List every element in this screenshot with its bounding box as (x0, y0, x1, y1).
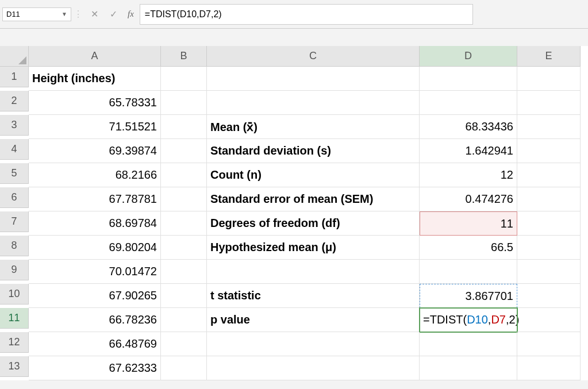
cell-D9[interactable] (420, 260, 517, 284)
cell-C1[interactable] (207, 67, 420, 91)
row-header-1[interactable]: 1 (0, 67, 29, 87)
cell-E13[interactable] (517, 356, 581, 380)
select-all-triangle[interactable] (0, 46, 29, 67)
cell-A5[interactable]: 68.2166 (29, 163, 161, 187)
cell-B8[interactable] (161, 236, 207, 260)
col-header-D[interactable]: D (420, 46, 517, 67)
cell-C5[interactable]: Count (n) (207, 163, 420, 187)
formula-ref2: D7 (491, 313, 506, 326)
cell-B11[interactable] (161, 308, 207, 332)
cell-A8[interactable]: 69.80204 (29, 236, 161, 260)
cell-D12[interactable] (420, 332, 517, 356)
cell-A1[interactable]: Height (inches) (29, 67, 161, 91)
cell-C9[interactable] (207, 260, 420, 284)
cell-D8[interactable]: 66.5 (420, 236, 517, 260)
row-header-13[interactable]: 13 (0, 356, 29, 377)
cell-B1[interactable] (161, 67, 207, 91)
cell-B4[interactable] (161, 139, 207, 163)
cell-D10[interactable]: 3.867701 (420, 284, 517, 308)
cell-D5[interactable]: 12 (420, 163, 517, 187)
separator: ⋮ (71, 9, 85, 20)
cell-B10[interactable] (161, 284, 207, 308)
cell-B5[interactable] (161, 163, 207, 187)
row-header-7[interactable]: 7 (0, 211, 29, 232)
cell-E2[interactable] (517, 91, 581, 115)
cell-B3[interactable] (161, 115, 207, 139)
cell-C11[interactable]: p value (207, 308, 420, 332)
spreadsheet-grid: A B C D E 1 Height (inches) 2 65.78331 3… (0, 46, 588, 380)
cell-E1[interactable] (517, 67, 581, 91)
cancel-icon[interactable]: ✕ (91, 9, 98, 20)
cell-A3[interactable]: 71.51521 (29, 115, 161, 139)
cell-D11[interactable]: =TDIST(D10,D7,2) (420, 308, 517, 332)
cell-C6[interactable]: Standard error of mean (SEM) (207, 187, 420, 211)
col-header-C[interactable]: C (207, 46, 420, 67)
cell-C13[interactable] (207, 356, 420, 380)
row-header-4[interactable]: 4 (0, 139, 29, 160)
row-header-2[interactable]: 2 (0, 91, 29, 111)
cell-A9[interactable]: 70.01472 (29, 260, 161, 284)
cell-E10[interactable] (517, 284, 581, 308)
cell-A4[interactable]: 69.39874 (29, 139, 161, 163)
cell-A2[interactable]: 65.78331 (29, 91, 161, 115)
row-header-6[interactable]: 6 (0, 187, 29, 208)
formula-text: =TDIST(D10,D7,2) (145, 9, 222, 20)
cell-D4[interactable]: 1.642941 (420, 139, 517, 163)
cell-E8[interactable] (517, 236, 581, 260)
cell-A10[interactable]: 67.90265 (29, 284, 161, 308)
cell-D3[interactable]: 68.33436 (420, 115, 517, 139)
row-header-5[interactable]: 5 (0, 163, 29, 184)
cell-D1[interactable] (420, 67, 517, 91)
enter-icon[interactable]: ✓ (110, 9, 117, 20)
cell-E6[interactable] (517, 187, 581, 211)
cell-B2[interactable] (161, 91, 207, 115)
cell-A13[interactable]: 67.62333 (29, 356, 161, 380)
cell-D2[interactable] (420, 91, 517, 115)
formula-input[interactable]: =TDIST(D10,D7,2) (140, 4, 473, 25)
formula-prefix: =TDIST( (423, 313, 467, 326)
name-box-value: D11 (6, 10, 20, 18)
cell-B6[interactable] (161, 187, 207, 211)
row-header-10[interactable]: 10 (0, 284, 29, 305)
cell-E12[interactable] (517, 332, 581, 356)
fx-icon[interactable]: fx (128, 9, 134, 19)
cell-C7[interactable]: Degrees of freedom (df) (207, 211, 420, 236)
cell-E9[interactable] (517, 260, 581, 284)
formula-bar: D11 ▼ ⋮ ✕ ✓ fx =TDIST(D10,D7,2) (0, 0, 588, 29)
cell-A6[interactable]: 67.78781 (29, 187, 161, 211)
row-header-12[interactable]: 12 (0, 332, 29, 353)
col-header-A[interactable]: A (29, 46, 161, 67)
cell-E11[interactable] (517, 308, 581, 332)
cell-E4[interactable] (517, 139, 581, 163)
cell-D6[interactable]: 0.474276 (420, 187, 517, 211)
cell-C2[interactable] (207, 91, 420, 115)
cell-B9[interactable] (161, 260, 207, 284)
cell-C8[interactable]: Hypothesized mean (μ) (207, 236, 420, 260)
cell-E7[interactable] (517, 211, 581, 236)
col-header-B[interactable]: B (161, 46, 207, 67)
cell-A7[interactable]: 68.69784 (29, 211, 161, 236)
cell-C3[interactable]: Mean (x̄) (207, 115, 420, 139)
cell-B13[interactable] (161, 356, 207, 380)
cell-E5[interactable] (517, 163, 581, 187)
row-header-8[interactable]: 8 (0, 236, 29, 256)
cell-C10[interactable]: t statistic (207, 284, 420, 308)
cell-B7[interactable] (161, 211, 207, 236)
cell-D7[interactable]: 11 (420, 211, 517, 236)
row-header-9[interactable]: 9 (0, 260, 29, 280)
row-header-11[interactable]: 11 (0, 308, 29, 329)
name-box-dropdown-icon[interactable]: ▼ (62, 11, 67, 17)
cell-A12[interactable]: 66.48769 (29, 332, 161, 356)
row-header-3[interactable]: 3 (0, 115, 29, 136)
cell-B12[interactable] (161, 332, 207, 356)
cell-E3[interactable] (517, 115, 581, 139)
formula-ref1: D10 (467, 313, 488, 326)
name-box[interactable]: D11 ▼ (2, 7, 71, 21)
cell-D13[interactable] (420, 356, 517, 380)
cell-A11[interactable]: 66.78236 (29, 308, 161, 332)
cell-C4[interactable]: Standard deviation (s) (207, 139, 420, 163)
formula-bar-buttons: ✕ ✓ (91, 9, 117, 20)
cell-C12[interactable] (207, 332, 420, 356)
col-header-E[interactable]: E (517, 46, 581, 67)
